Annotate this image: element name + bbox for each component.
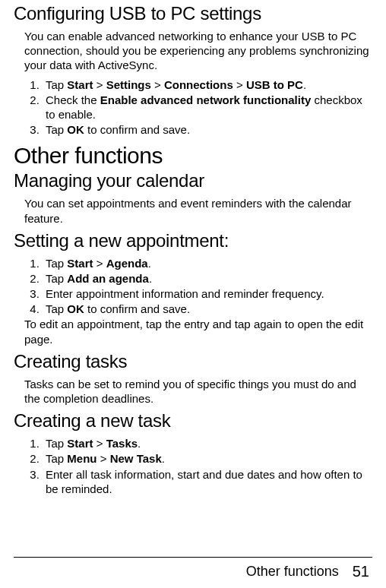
heading-calendar: Managing your calendar	[14, 170, 372, 191]
step-4: Tap OK to confirm and save.	[43, 302, 372, 316]
heading-other-functions: Other functions	[14, 143, 372, 169]
step-1: Tap Start > Tasks.	[43, 436, 372, 450]
intro-calendar: You can set appointments and event remin…	[24, 196, 372, 225]
step-2: Tap Add an agenda.	[43, 271, 372, 286]
steps-appointment: Tap Start > Agenda. Tap Add an agenda. E…	[43, 256, 372, 317]
step-2: Check the Enable advanced network functi…	[43, 93, 372, 122]
heading-usb-settings: Configuring USB to PC settings	[14, 3, 372, 24]
note-appointment: To edit an appointment, tap the entry an…	[24, 317, 372, 346]
footer-divider	[14, 557, 372, 558]
intro-usb: You can enable advanced networking to en…	[24, 29, 372, 73]
step-1: Tap Start > Agenda.	[43, 256, 372, 270]
heading-new-task: Creating a new task	[14, 410, 372, 432]
heading-tasks: Creating tasks	[14, 351, 372, 372]
step-3: Enter all task information, start and du…	[43, 467, 372, 496]
steps-new-task: Tap Start > Tasks. Tap Menu > New Task. …	[43, 436, 372, 496]
step-3: Enter appointment information and remind…	[43, 286, 372, 301]
heading-appointment: Setting a new appointment:	[14, 230, 372, 251]
intro-tasks: Tasks can be set to remind you of specif…	[24, 377, 372, 406]
steps-usb: Tap Start > Settings > Connections > USB…	[43, 77, 372, 138]
step-3: Tap OK to confirm and save.	[43, 122, 372, 137]
footer-title: Other functions	[246, 564, 339, 580]
footer-page-number: 51	[353, 563, 369, 580]
page-footer: Other functions 51	[246, 563, 369, 580]
step-2: Tap Menu > New Task.	[43, 451, 372, 466]
step-1: Tap Start > Settings > Connections > USB…	[43, 77, 372, 92]
